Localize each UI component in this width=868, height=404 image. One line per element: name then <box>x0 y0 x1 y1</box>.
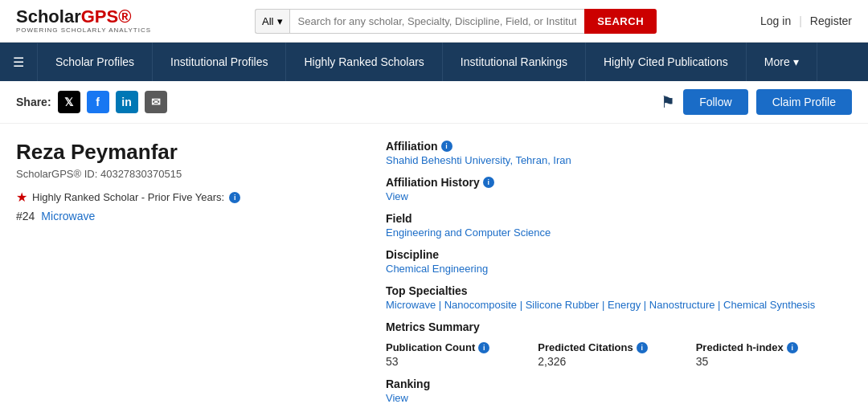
search-area: All ▾ SEARCH <box>255 9 657 34</box>
profile-container: Reza Peymanfar ScholarGPS® ID: 403278303… <box>0 124 868 404</box>
predicted-hindex-label: Predicted h-index i <box>696 341 798 353</box>
share-area: Share: 𝕏 f in ✉ <box>16 91 167 113</box>
discipline-field: Discipline Chemical Engineering <box>386 248 852 275</box>
logo-subtitle: POWERING SCHOLARLY ANALYTICS <box>16 27 151 34</box>
claim-profile-button[interactable]: Claim Profile <box>756 89 852 115</box>
badge-text: Highly Ranked Scholar - Prior Five Years… <box>32 191 224 203</box>
facebook-icon: f <box>96 96 100 108</box>
field-label: Field <box>386 212 852 225</box>
login-link[interactable]: Log in <box>760 14 791 27</box>
metrics-row: Publication Count i 53 Predicted Citatio… <box>386 341 852 368</box>
affiliation-info-icon[interactable]: i <box>441 141 452 152</box>
ranking-field: Ranking View <box>386 377 852 404</box>
metrics-summary-label: Metrics Summary <box>386 320 852 333</box>
field-field: Field Engineering and Computer Science <box>386 212 852 239</box>
publication-count-info-icon[interactable]: i <box>478 342 489 353</box>
affiliation-value[interactable]: Shahid Beheshti University, Tehran, Iran <box>386 154 852 166</box>
affiliation-history-view[interactable]: View <box>386 190 852 202</box>
discipline-label: Discipline <box>386 248 852 261</box>
affiliation-history-label: Affiliation History i <box>386 176 852 189</box>
nav-item-more[interactable]: More ▾ <box>747 43 817 81</box>
share-x-button[interactable]: 𝕏 <box>58 91 80 113</box>
rank-specialty[interactable]: Microwave <box>41 210 95 222</box>
ranking-label: Ranking <box>386 377 852 390</box>
publication-count-metric: Publication Count i 53 <box>386 341 489 368</box>
publication-count-label: Publication Count i <box>386 341 489 353</box>
flag-icon[interactable]: ⚑ <box>661 92 675 112</box>
hamburger-icon[interactable]: ☰ <box>0 43 38 81</box>
predicted-citations-info-icon[interactable]: i <box>637 342 648 353</box>
x-icon: 𝕏 <box>64 96 73 108</box>
header: ScholarGPS® POWERING SCHOLARLY ANALYTICS… <box>0 0 868 43</box>
star-icon: ★ <box>16 190 27 205</box>
top-specialties-value: Microwave | Nanocomposite | Silicone Rub… <box>386 299 852 311</box>
share-label: Share: <box>16 96 51 108</box>
share-facebook-button[interactable]: f <box>87 91 109 113</box>
register-link[interactable]: Register <box>810 14 852 27</box>
affiliation-history-field: Affiliation History i View <box>386 176 852 202</box>
scholar-badge: ★ Highly Ranked Scholar - Prior Five Yea… <box>16 190 354 205</box>
predicted-citations-value: 2,326 <box>538 355 647 368</box>
predicted-hindex-metric: Predicted h-index i 35 <box>696 341 798 368</box>
nav: ☰ Scholar Profiles Institutional Profile… <box>0 43 868 81</box>
logo-text: ScholarGPS® <box>16 8 151 26</box>
ranking-view[interactable]: View <box>386 392 852 404</box>
search-button[interactable]: SEARCH <box>584 9 657 34</box>
field-value: Engineering and Computer Science <box>386 226 852 239</box>
nav-item-scholar-profiles[interactable]: Scholar Profiles <box>38 43 153 81</box>
nav-item-highly-cited-publications[interactable]: Highly Cited Publications <box>586 43 747 81</box>
top-specialties-field: Top Specialties Microwave | Nanocomposit… <box>386 284 852 311</box>
share-email-button[interactable]: ✉ <box>145 91 167 113</box>
follow-button[interactable]: Follow <box>683 89 747 115</box>
ranking-line: #24 Microwave <box>16 210 354 222</box>
predicted-citations-label: Predicted Citations i <box>538 341 647 353</box>
profile-id: ScholarGPS® ID: 40327830370515 <box>16 168 354 180</box>
profile-name: Reza Peymanfar <box>16 140 354 165</box>
share-linkedin-button[interactable]: in <box>116 91 138 113</box>
nav-item-institutional-rankings[interactable]: Institutional Rankings <box>443 43 586 81</box>
top-specialties-label: Top Specialties <box>386 284 852 297</box>
toolbar-actions: ⚑ Follow Claim Profile <box>661 89 852 115</box>
email-icon: ✉ <box>151 96 161 108</box>
affiliation-field: Affiliation i Shahid Beheshti University… <box>386 140 852 166</box>
auth-divider: | <box>799 14 802 27</box>
chevron-down-icon: ▾ <box>277 15 283 27</box>
logo: ScholarGPS® POWERING SCHOLARLY ANALYTICS <box>16 8 151 34</box>
header-auth: Log in | Register <box>760 14 852 27</box>
badge-info-icon[interactable]: i <box>229 192 240 203</box>
toolbar: Share: 𝕏 f in ✉ ⚑ Follow Claim Profile <box>0 81 868 124</box>
more-label: More <box>764 55 790 68</box>
logo-gps: GPS® <box>81 6 132 27</box>
search-input[interactable] <box>289 9 585 34</box>
metrics-section: Metrics Summary Publication Count i 53 P… <box>386 320 852 404</box>
affiliation-history-info-icon[interactable]: i <box>483 177 494 188</box>
search-dropdown[interactable]: All ▾ <box>255 9 289 34</box>
predicted-hindex-value: 35 <box>696 355 798 368</box>
profile-right: Affiliation i Shahid Beheshti University… <box>386 140 852 404</box>
search-dropdown-label: All <box>262 15 273 27</box>
predicted-citations-metric: Predicted Citations i 2,326 <box>538 341 647 368</box>
nav-item-institutional-profiles[interactable]: Institutional Profiles <box>153 43 286 81</box>
affiliation-label: Affiliation i <box>386 140 852 153</box>
linkedin-icon: in <box>121 96 131 108</box>
rank-number: #24 <box>16 210 35 222</box>
more-chevron-icon: ▾ <box>793 55 799 68</box>
nav-item-highly-ranked-scholars[interactable]: Highly Ranked Scholars <box>286 43 442 81</box>
profile-left: Reza Peymanfar ScholarGPS® ID: 403278303… <box>16 140 354 404</box>
predicted-hindex-info-icon[interactable]: i <box>787 342 798 353</box>
publication-count-value: 53 <box>386 355 489 368</box>
logo-scholar: Scholar <box>16 6 81 27</box>
discipline-value: Chemical Engineering <box>386 263 852 275</box>
